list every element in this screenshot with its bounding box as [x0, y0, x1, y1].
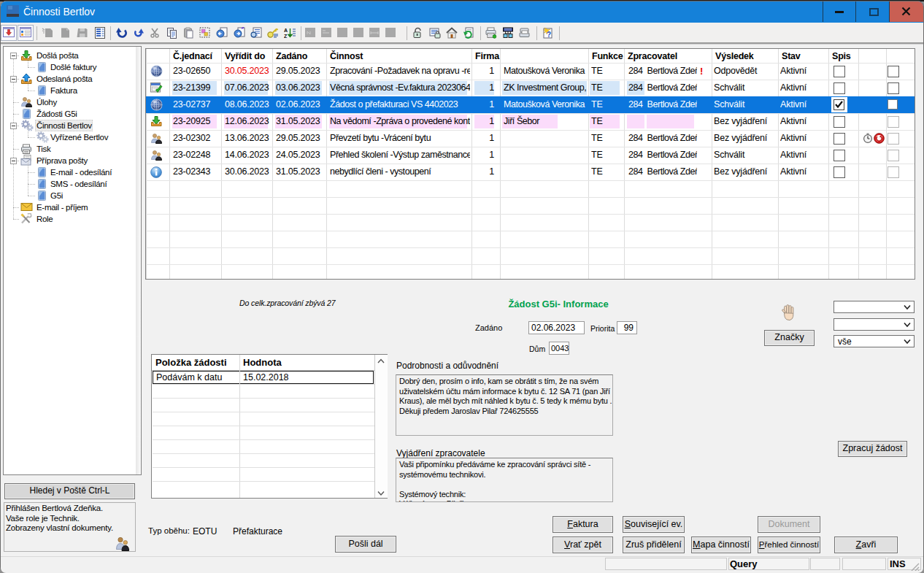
svg-text:Z: Z: [284, 34, 288, 39]
svg-text:A: A: [284, 28, 288, 33]
svg-text:?: ?: [547, 31, 551, 39]
